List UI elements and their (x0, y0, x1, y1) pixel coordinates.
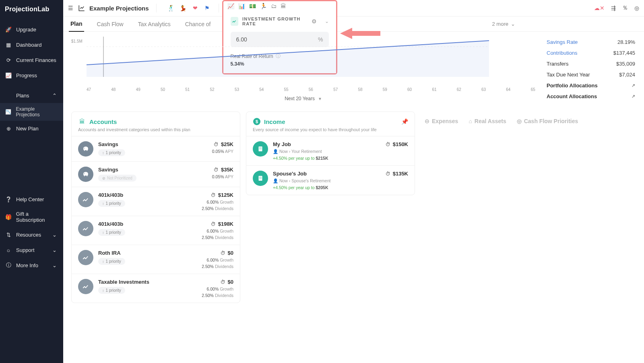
nav-dashboard[interactable]: ▦Dashboard (0, 37, 63, 52)
sidebar: ProjectionLab 🚀Upgrade ▦Dashboard ⟳Curre… (0, 0, 63, 363)
page-title: Example Projections (89, 5, 149, 12)
priority-chip: ↕1 priority (98, 200, 125, 207)
building-icon (253, 141, 268, 157)
timer-icon: ⏱ (214, 167, 219, 173)
priority-chip: ↕1 priority (98, 258, 125, 265)
building-icon (253, 171, 268, 186)
svg-rect-8 (259, 176, 262, 181)
y-axis-label: $1.5M (71, 39, 83, 43)
tabs-more[interactable]: 2 more ⌄ (492, 21, 515, 27)
income-name: Spouse's Job (273, 171, 381, 177)
dollar-circle-icon: ⊝ (425, 118, 429, 124)
percent-icon[interactable]: ％ (622, 4, 628, 12)
person2-icon[interactable]: 💃 (179, 4, 187, 12)
svg-rect-6 (260, 148, 260, 149)
svg-rect-10 (261, 177, 262, 177)
tab-tax[interactable]: Tax Analytics (136, 17, 172, 31)
account-name: 401k/403b (98, 221, 197, 227)
nav-plans[interactable]: Plans⌃ (0, 88, 63, 103)
income-amount: $135K (393, 171, 408, 177)
target-icon[interactable]: ◎ (634, 5, 639, 11)
lifebuoy-icon: ☼ (5, 246, 12, 254)
svg-rect-5 (261, 147, 262, 148)
account-row[interactable]: 401k/403b ↕1 priority ⏱$198K 6.00% Growt… (72, 216, 240, 245)
account-name: Savings (98, 167, 207, 173)
expenses-tab[interactable]: ⊝Expenses (425, 118, 458, 124)
transfers-label: Transfers (547, 61, 568, 67)
gift-icon: 🎁 (5, 213, 12, 221)
grid-icon: ▦ (5, 41, 12, 48)
account-row[interactable]: Savings ⊘Not Prioritized ⏱$35K 0.05% APY (72, 161, 240, 187)
topbar: ☰ Example Projections 🕺 💃 ❤ ⚑ 📈 📊 (63, 0, 644, 16)
popover-title: INVESTMENT GROWTH RATE (242, 16, 308, 26)
bank-icon: 🏛 (78, 118, 86, 126)
growth-icon[interactable]: 📈 (227, 3, 234, 9)
person1-icon[interactable]: 🕺 (167, 4, 175, 12)
nav-gift[interactable]: 🎁Gift a Subscription (0, 207, 63, 227)
growth-icon (78, 192, 93, 207)
cloud-off-icon[interactable]: ☁✕ (594, 5, 605, 11)
account-row[interactable]: 401k/403b ↕1 priority ⏱$125K 6.00% Growt… (72, 187, 240, 216)
account-name: 401k/403b (98, 192, 197, 198)
x-axis: 47484950515253545556575859606162636465 (71, 87, 535, 92)
growth-icon (78, 279, 93, 294)
person-run-icon[interactable]: 🏃 (260, 3, 267, 9)
sliders-icon: ⇅ (5, 231, 12, 238)
account-name: Taxable Investments (98, 279, 197, 285)
svg-rect-7 (261, 148, 262, 149)
money-icon[interactable]: 💵 (249, 3, 256, 9)
tab-chance[interactable]: Chance of (184, 17, 213, 31)
bank-icon[interactable]: 🏛 (281, 3, 286, 9)
timer-icon: ⏱ (211, 221, 216, 227)
timer-icon: ⏱ (214, 142, 219, 147)
nav-current-finances[interactable]: ⟳Current Finances (0, 52, 63, 68)
contributions-label[interactable]: Contributions (547, 50, 578, 56)
timer-icon: ⏱ (221, 279, 225, 285)
growth-icon (78, 221, 93, 236)
income-row[interactable]: Spouse's Job 👤 Now › Spouse's Retirement… (246, 165, 415, 195)
gear-icon[interactable]: ⚙ (312, 18, 317, 25)
income-title: Income (264, 118, 285, 125)
priority-chip: ⊘Not Prioritized (98, 175, 136, 182)
flag-icon[interactable]: ⚑ (203, 4, 211, 12)
tab-cashflow[interactable]: Cash Flow (95, 17, 125, 31)
nav-progress[interactable]: 📈Progress (0, 68, 63, 83)
priority-chip: ↕1 priority (98, 149, 125, 156)
nav-support[interactable]: ☼Support⌄ (0, 242, 63, 258)
cashflow-priorities-tab[interactable]: ◎Cash Flow Priorities (517, 118, 578, 124)
account-name: Roth IRA (98, 250, 197, 256)
target-icon: ◎ (517, 118, 522, 124)
income-row[interactable]: My Job 👤 Now › Your Retirement +4.50% pe… (246, 136, 415, 165)
nav-new-plan[interactable]: ⊕New Plan (0, 121, 63, 136)
account-amount: $35K (221, 167, 233, 173)
svg-rect-12 (261, 178, 262, 179)
net-worth-chart[interactable] (87, 37, 489, 77)
heart-icon[interactable]: ❤ (191, 4, 199, 12)
nav-resources[interactable]: ⇅Resources⌄ (0, 227, 63, 242)
accounts-title: Accounts (89, 118, 117, 125)
nav-upgrade[interactable]: 🚀Upgrade (0, 22, 63, 37)
portfolio-allocations[interactable]: Portfolio Allocations↗ (547, 80, 635, 91)
account-allocations[interactable]: Account Allocations↗ (547, 91, 635, 102)
filter-icon[interactable]: ⇶ (611, 5, 616, 11)
nav-help[interactable]: ❔Help Center (0, 192, 63, 207)
account-name: Savings (98, 141, 207, 147)
nav-example-projections[interactable]: 📉Example Projections (0, 103, 63, 121)
chevron-down-icon[interactable]: ⌄ (325, 19, 329, 24)
nav-more[interactable]: ⓘMore Info⌄ (0, 258, 63, 273)
growth2-icon[interactable]: 📊 (238, 3, 245, 9)
savings-rate-label[interactable]: Savings Rate (547, 39, 578, 45)
chevron-down-icon: ▼ (318, 97, 322, 101)
chart-line-icon: 📉 (5, 108, 12, 116)
chart-range-selector[interactable]: Next 20 Years▼ (71, 96, 535, 101)
svg-rect-11 (260, 178, 260, 179)
account-row[interactable]: Roth IRA ↕1 priority ⏱$0 6.00% Growth 2.… (72, 245, 240, 274)
menu-icon[interactable]: ☰ (68, 5, 73, 11)
tab-plan[interactable]: Plan (69, 16, 84, 32)
ledger-icon[interactable]: 🗂 (271, 3, 277, 9)
account-row[interactable]: Savings ↕1 priority ⏱$25K 0.05% APY (72, 136, 240, 161)
real-assets-tab[interactable]: ⌂Real Assets (469, 118, 506, 124)
pin-icon[interactable]: 📌 (401, 118, 408, 125)
refresh-icon: ⟳ (5, 56, 12, 64)
account-row[interactable]: Taxable Investments ↕1 priority ⏱$0 6.00… (72, 274, 240, 303)
